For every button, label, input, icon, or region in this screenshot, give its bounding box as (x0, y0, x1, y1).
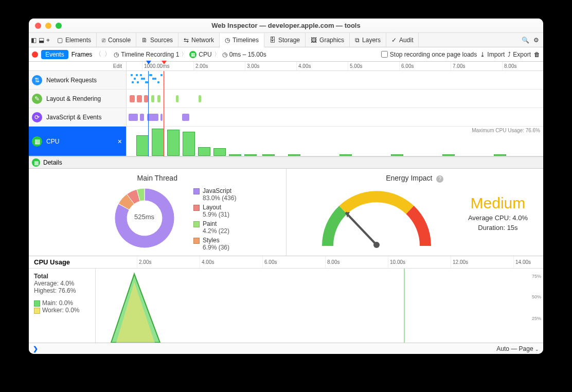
inspector-tabbar: ◧ ⬓ ⌖ ▢Elements⎚Console🗎Sources⇆Network◷… (29, 33, 543, 47)
import-button[interactable]: ⤓ Import (480, 51, 505, 58)
layout-event-block (199, 95, 201, 102)
cpu-usage-header: CPU Usage 2.00s4.00s6.00s8.00s10.00s12.0… (29, 256, 543, 269)
ruler-mark: 5.00s (348, 62, 362, 70)
tab-timelines[interactable]: ◷Timelines (220, 33, 264, 47)
tab-audit[interactable]: ✓Audit (386, 33, 419, 47)
export-button[interactable]: ⤴ Export (508, 51, 531, 58)
search-icon[interactable]: 🔍 (522, 37, 529, 44)
window-title: Web Inspector — developer.apple.com — to… (29, 22, 543, 29)
js-event-block (160, 114, 163, 121)
ruler-mark: 2.00s (193, 62, 208, 70)
energy-impact-panel: Energy Impact ? Medium Average CPU: 4.0%… (287, 169, 544, 256)
dock-side-icon[interactable]: ◧ (31, 37, 37, 44)
titlebar: Web Inspector — developer.apple.com — to… (29, 19, 543, 33)
tab-storage[interactable]: 🗄Storage (264, 33, 306, 47)
help-icon[interactable]: ? (436, 175, 443, 183)
crumb-range: 0ms – 15.00s (229, 51, 266, 58)
timeline-ruler[interactable]: Edit 1000.00ms2.00s3.00s4.00s5.00s6.00s7… (29, 62, 543, 71)
tab-console[interactable]: ⎚Console (97, 33, 136, 47)
network-event-tick (132, 81, 134, 83)
cpu-tick: 14.00s (513, 256, 531, 268)
cpu-bar (183, 132, 195, 156)
track-network[interactable]: ⇅ Network Requests (29, 71, 543, 90)
trash-icon[interactable]: 🗑 (534, 51, 540, 58)
track-label: CPU (46, 138, 59, 145)
cpu-usage-plot: 75% 50% 25% (96, 269, 543, 343)
layers-icon: ⧉ (355, 37, 360, 44)
close-window-button[interactable] (35, 23, 41, 29)
network-event-tick (137, 81, 139, 83)
panel-title: Energy Impact ? (290, 174, 541, 183)
cpu-bar (229, 154, 241, 156)
legend-swatch (193, 205, 200, 211)
cpu-tick: 4.00s (200, 256, 214, 268)
minimize-window-button[interactable] (45, 23, 51, 29)
main-series-label: Main: 0.0% (42, 299, 73, 307)
legend-row: Paint4.2% (22) (193, 220, 236, 235)
ruler-mark: 8.00s (502, 62, 516, 70)
cpu-tick: 12.00s (451, 256, 468, 268)
timeline-tracks: ⇅ Network Requests ✎ Layout & Rendering … (29, 71, 543, 156)
traffic-lights (29, 23, 62, 29)
network-event-tick (134, 78, 136, 80)
layout-event-block (151, 95, 154, 102)
close-track-icon[interactable]: × (118, 137, 122, 146)
network-event-tick (141, 78, 143, 80)
tab-sources[interactable]: 🗎Sources (136, 33, 178, 47)
tab-elements[interactable]: ▢Elements (52, 33, 97, 47)
svg-point-2 (373, 242, 380, 248)
nav-forward-icon[interactable]: 〉 (104, 50, 111, 59)
settings-gear-icon[interactable]: ⚙ (533, 37, 539, 44)
dock-controls: ◧ ⬓ ⌖ (29, 33, 52, 47)
edit-tracks-button[interactable]: Edit (29, 62, 127, 70)
cpu-bar (262, 154, 275, 156)
timeline-toolbar: Events Frames 〈 〉 ◷ Timeline Recording 1… (29, 47, 543, 62)
high-label: Highest: 76.6% (34, 287, 90, 294)
status-right[interactable]: Auto — Page ⌄ (496, 345, 539, 352)
sources-icon: 🗎 (141, 37, 148, 44)
storage-icon: 🗄 (270, 37, 276, 44)
breadcrumb[interactable]: ◷ Timeline Recording 1 〉 ▦ CPU 〉 ◷ 0ms –… (114, 50, 266, 59)
donut-center-label: 525ms (134, 213, 154, 221)
tab-network[interactable]: ⇆Network (178, 33, 220, 47)
track-layout[interactable]: ✎ Layout & Rendering (29, 90, 543, 108)
events-mode-button[interactable]: Events (41, 50, 68, 59)
layout-event-block (157, 95, 160, 102)
cpu-usage-section: CPU Usage 2.00s4.00s6.00s8.00s10.00s12.0… (29, 256, 543, 343)
details-bar: ▦ Details (29, 156, 543, 169)
stopwatch-icon: ◷ (114, 51, 119, 58)
element-picker-icon[interactable]: ⌖ (46, 37, 50, 44)
energy-duration: Duration: 15s (468, 224, 528, 231)
tab-graphics[interactable]: 🖼Graphics (306, 33, 350, 47)
cpu-bar (167, 130, 180, 156)
nav-back-icon[interactable]: 〈 (95, 50, 101, 59)
stop-on-load-input[interactable] (381, 51, 388, 58)
layout-event-block (137, 95, 142, 102)
track-js[interactable]: ⟳ JavaScript & Events (29, 108, 543, 127)
js-event-block (129, 114, 138, 121)
crumb-recording: Timeline Recording 1 (121, 51, 179, 58)
console-prompt-icon[interactable]: ❯ (33, 345, 38, 352)
cpu-bar (494, 154, 506, 156)
track-cpu[interactable]: ▦ CPU × Maximum CPU Usage: 76.6% (29, 127, 543, 156)
total-label: Total (34, 273, 90, 280)
cpu-bar (244, 154, 257, 156)
frames-mode-button[interactable]: Frames (72, 51, 93, 58)
ruler-mark: 1000.00ms (142, 62, 169, 70)
zoom-window-button[interactable] (56, 23, 62, 29)
energy-gauge (317, 184, 436, 251)
network-event-tick (154, 78, 156, 80)
cpu-chip-icon: ▦ (32, 158, 40, 167)
legend-swatch (193, 188, 200, 194)
stop-on-load-checkbox[interactable]: Stop recording once page loads (381, 51, 477, 58)
dock-bottom-icon[interactable]: ⬓ (39, 37, 44, 44)
main-thread-panel: Main Thread 525ms JavaScript83.0% (436)L… (29, 169, 287, 256)
record-button[interactable] (32, 51, 38, 58)
ylabel: 25% (532, 316, 541, 321)
crumb-cpu: CPU (199, 51, 211, 58)
paintbrush-icon: ✎ (32, 94, 42, 104)
cpu-tick: 8.00s (325, 256, 339, 268)
cpu-tick: 2.00s (137, 256, 151, 268)
tab-layers[interactable]: ⧉Layers (350, 33, 386, 47)
network-event-tick (157, 81, 159, 83)
